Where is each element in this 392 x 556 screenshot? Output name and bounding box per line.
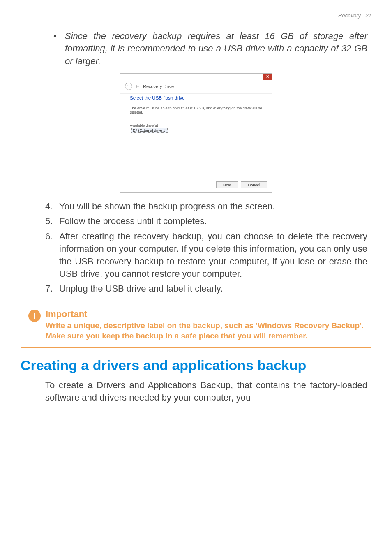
drive-icon: ⌸ — [135, 84, 141, 89]
page-header: Recovery - 21 — [21, 12, 371, 19]
step-6: 6. After creating the recovery backup, y… — [45, 230, 367, 280]
dialog-title: Recovery Drive — [143, 84, 174, 89]
dialog-screenshot: ✕ ← ⌸ Recovery Drive Select the USB flas… — [21, 73, 371, 193]
step-5: 5. Follow the process until it completes… — [45, 215, 367, 227]
bullet-text: Since the recovery backup requires at le… — [65, 30, 367, 67]
important-callout: ! Important Write a unique, descriptive … — [21, 303, 371, 348]
step-7: 7. Unplug the USB drive and label it cle… — [45, 283, 367, 295]
close-icon[interactable]: ✕ — [263, 74, 272, 80]
dialog-body: Select the USB flash drive The drive mus… — [120, 94, 272, 178]
dialog-subtext: The drive must be able to hold at least … — [130, 106, 262, 114]
dialog-heading: Select the USB flash drive — [130, 95, 262, 100]
warning-icon: ! — [28, 310, 41, 322]
step-4: 4. You will be shown the backup progress… — [45, 200, 367, 213]
dialog-header: ← ⌸ Recovery Drive — [120, 80, 272, 94]
step-number: 7. — [45, 283, 59, 295]
step-text: Follow the process until it completes. — [59, 215, 207, 227]
section-paragraph: To create a Drivers and Applications Bac… — [45, 379, 367, 404]
step-text: After creating the recovery backup, you … — [59, 230, 367, 280]
step-text: Unplug the USB drive and label it clearl… — [59, 283, 223, 295]
callout-title: Important — [46, 309, 364, 320]
available-drive-item[interactable]: E:\ (External drive 1) — [131, 128, 168, 133]
callout-body: Important Write a unique, descriptive la… — [46, 309, 364, 341]
dialog-footer: Next Cancel — [120, 178, 272, 192]
next-button[interactable]: Next — [216, 181, 238, 188]
back-icon[interactable]: ← — [125, 83, 132, 90]
section-heading: Creating a drivers and applications back… — [21, 357, 371, 373]
recovery-drive-dialog: ✕ ← ⌸ Recovery Drive Select the USB flas… — [120, 73, 272, 193]
callout-text: Write a unique, descriptive label on the… — [46, 320, 364, 341]
document-page: Recovery - 21 • Since the recovery backu… — [0, 0, 392, 421]
step-text: You will be shown the backup progress on… — [59, 200, 275, 213]
available-drives-label: Available drive(s) — [130, 123, 262, 127]
step-number: 4. — [45, 200, 59, 213]
bullet-paragraph: • Since the recovery backup requires at … — [53, 30, 367, 67]
step-number: 5. — [45, 215, 59, 227]
step-number: 6. — [45, 230, 59, 243]
dialog-titlebar: ✕ — [120, 74, 272, 80]
bullet-marker: • — [53, 30, 65, 42]
cancel-button[interactable]: Cancel — [241, 181, 267, 188]
